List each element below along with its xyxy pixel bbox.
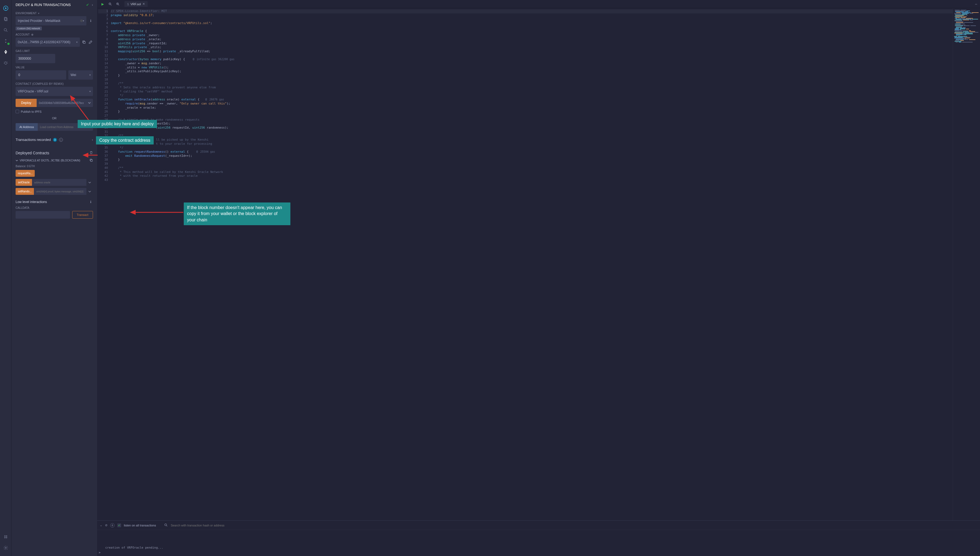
copy-contract-icon[interactable] — [89, 158, 93, 163]
zoom-out-icon[interactable] — [107, 1, 113, 7]
svg-rect-14 — [90, 160, 92, 162]
code-content[interactable]: // SPDX-License-Identifier: MITpragma so… — [111, 8, 953, 520]
terminal-search-icon[interactable] — [164, 523, 168, 527]
add-account-icon[interactable]: ⊕ — [31, 33, 33, 36]
callout-deploy: Input your public key here and deploy — [77, 120, 157, 128]
plugin-icon[interactable] — [2, 533, 9, 540]
svg-point-1 — [5, 7, 6, 9]
svg-point-22 — [165, 524, 167, 525]
remix-logo-icon[interactable] — [2, 5, 9, 11]
svg-point-6 — [5, 62, 7, 64]
terminal: ⌄ ⊘ 0 ✔ listen on all transactions creat… — [97, 520, 980, 556]
callout-copy: Copy the contract address — [96, 136, 154, 144]
listen-label: listen on all transactions — [124, 524, 156, 527]
panel-title: DEPLOY & RUN TRANSACTIONS — [16, 3, 71, 7]
pending-tx-badge: 0 — [110, 523, 114, 527]
svg-rect-13 — [84, 42, 85, 44]
terminal-search-input[interactable] — [171, 524, 242, 527]
copy-account-icon[interactable] — [82, 40, 86, 45]
calldata-input[interactable] — [16, 211, 70, 219]
svg-line-21 — [118, 4, 119, 5]
account-label: ACCOUNT ⊕ — [16, 33, 93, 36]
terminal-clear-icon[interactable]: ⊘ — [105, 524, 108, 527]
lowlevel-info-icon[interactable]: i — [89, 200, 93, 204]
environment-select[interactable]: Injected Provider - MetaMask ▾ — [16, 16, 86, 26]
transact-button[interactable]: Transact — [72, 211, 93, 219]
fn-requestRandomness-button[interactable]: requestRa... — [16, 170, 35, 177]
terminal-output-line: creation of VRFOracle pending... — [105, 546, 975, 550]
deploy-button[interactable]: Deploy — [16, 99, 37, 107]
callout-block: If the block number doesn't appear here,… — [184, 202, 290, 225]
editor-main: ▶ § VRF.sol ✕ ↔ 123456789101112131415161… — [97, 0, 980, 556]
value-input[interactable] — [16, 70, 66, 80]
file-explorer-icon[interactable] — [2, 16, 9, 23]
calldata-label: CALLDATA — [16, 206, 93, 209]
arrow-3 — [131, 207, 186, 219]
lowlevel-label: Low level interactions — [16, 200, 47, 204]
icon-sidebar — [0, 0, 11, 556]
svg-point-12 — [5, 547, 6, 549]
fn-setRandomness-button[interactable]: setRando... — [16, 188, 34, 195]
account-select[interactable]: 0xA2d...7f4f99 (2.41020924377006) ▾ — [16, 37, 80, 47]
terminal-prompt[interactable]: > — [99, 551, 101, 554]
run-icon[interactable]: ▶ — [99, 1, 106, 7]
compile-check-icon[interactable]: ✔ — [86, 3, 89, 7]
value-unit-select[interactable]: Wei ▾ — [68, 70, 93, 80]
svg-line-9 — [7, 62, 7, 62]
fn-setRandomness-expand-icon[interactable] — [86, 188, 93, 195]
listen-checkbox[interactable]: ✔ — [117, 524, 121, 527]
search-icon[interactable] — [2, 27, 9, 33]
line-gutter: 1234567891011121314151617181920212223242… — [97, 8, 111, 520]
tx-expand-icon[interactable]: › — [92, 138, 93, 142]
panel-expand-icon[interactable]: › — [92, 3, 93, 7]
deployed-contract-toggle[interactable]: VRFORACLE AT 0X275...9C7BE (BLOCKCHAIN) — [16, 159, 80, 162]
debugger-icon[interactable] — [2, 60, 9, 66]
gas-input[interactable] — [16, 54, 55, 63]
deploy-icon[interactable] — [2, 49, 9, 55]
solidity-icon: § — [127, 2, 129, 6]
minimap[interactable] — [953, 8, 980, 520]
balance-text: Balance: 0 ETH — [16, 165, 93, 168]
fn-setOracle-expand-icon[interactable] — [86, 179, 93, 186]
close-tab-icon[interactable]: ✕ — [142, 2, 145, 6]
deployed-contracts-label: Deployed Contracts — [16, 151, 49, 155]
swap-icon — [80, 19, 83, 22]
chevron-down-icon — [16, 159, 18, 162]
svg-line-5 — [6, 31, 7, 32]
svg-line-23 — [166, 525, 168, 526]
svg-line-8 — [4, 62, 5, 62]
settings-icon[interactable] — [2, 545, 9, 551]
network-badge: Custom (56) network — [16, 27, 42, 31]
contract-select[interactable]: VRFOracle - VRF.sol ▾ — [16, 87, 93, 96]
environment-label: ENVIRONMENT ▾ — [16, 12, 93, 15]
zoom-in-icon[interactable] — [114, 1, 121, 7]
edit-account-icon[interactable] — [88, 40, 93, 45]
at-address-button[interactable]: At Address — [16, 123, 38, 131]
expand-editor-icon[interactable]: ↔ — [975, 2, 978, 6]
tx-info-icon[interactable]: i — [59, 138, 63, 142]
tx-count-badge: 3 — [53, 138, 57, 142]
editor-tab[interactable]: § VRF.sol ✕ — [124, 1, 148, 7]
editor-topbar: ▶ § VRF.sol ✕ ↔ — [97, 0, 980, 8]
gas-label: GAS LIMIT — [16, 50, 93, 53]
terminal-toggle-icon[interactable]: ⌄ — [100, 524, 102, 527]
svg-line-24 — [73, 99, 89, 120]
svg-point-4 — [4, 29, 6, 31]
transactions-recorded-row[interactable]: Transactions recorded 3 i › — [16, 137, 93, 144]
fn-setRandomness-input[interactable] — [34, 188, 86, 195]
arrow-2 — [85, 152, 99, 159]
fn-setOracle-button[interactable]: setOracle — [16, 179, 32, 186]
fn-setOracle-input[interactable] — [32, 179, 86, 186]
contract-label: CONTRACT (Compiled by Remix) — [16, 82, 93, 86]
env-info-icon[interactable]: i — [89, 19, 93, 23]
deploy-panel: DEPLOY & RUN TRANSACTIONS ✔ › ENVIRONMEN… — [11, 0, 97, 556]
compiler-icon[interactable] — [2, 38, 9, 44]
value-label: VALUE — [16, 66, 93, 69]
editor-area: 1234567891011121314151617181920212223242… — [97, 8, 980, 520]
svg-line-17 — [111, 4, 111, 5]
